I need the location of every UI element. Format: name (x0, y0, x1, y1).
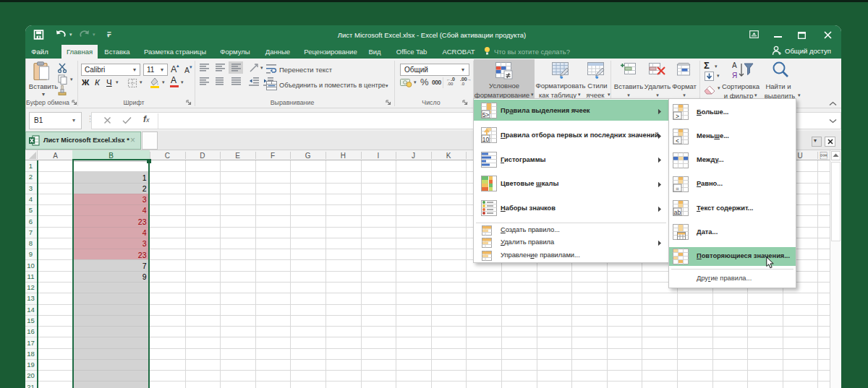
svg-text:10: 10 (482, 136, 490, 143)
svg-text:=: = (676, 184, 679, 191)
svg-text:ab: ab (674, 209, 681, 216)
svg-text:>: > (676, 113, 679, 120)
svg-text:5>: 5> (482, 111, 490, 118)
svg-text:Я: Я (732, 72, 737, 79)
svg-text:А: А (732, 61, 737, 69)
svg-text:<: < (676, 137, 679, 144)
